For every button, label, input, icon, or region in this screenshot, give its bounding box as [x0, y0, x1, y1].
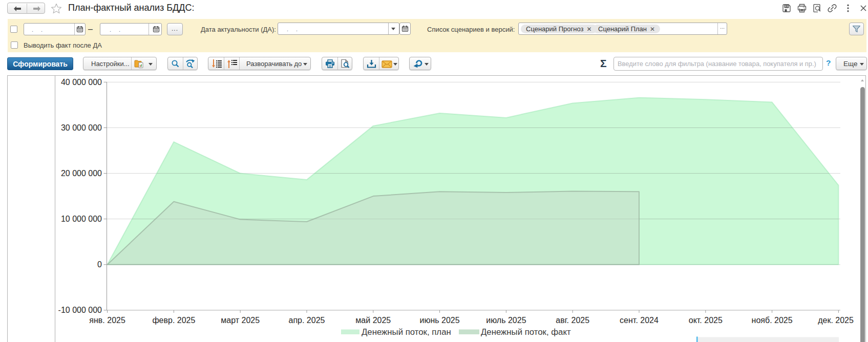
svg-text:Денежный поток, факт: Денежный поток, факт	[481, 327, 571, 337]
svg-text:20 000 000: 20 000 000	[61, 169, 102, 178]
svg-text:40 000 000: 40 000 000	[61, 78, 102, 87]
svg-text:нояб. 2025: нояб. 2025	[752, 316, 793, 325]
svg-text:июль 2025: июль 2025	[486, 316, 526, 325]
svg-text:30 000 000: 30 000 000	[61, 123, 102, 132]
svg-text:дек. 2025: дек. 2025	[818, 316, 854, 325]
svg-text:Денежный поток, план: Денежный поток, план	[362, 327, 451, 337]
svg-text:сент. 2024: сент. 2024	[620, 316, 659, 325]
svg-text:0: 0	[97, 260, 102, 269]
svg-text:-10 000 000: -10 000 000	[58, 306, 102, 314]
svg-text:апр. 2025: апр. 2025	[289, 316, 325, 325]
svg-text:июнь 2025: июнь 2025	[420, 316, 460, 325]
svg-text:февр. 2025: февр. 2025	[152, 316, 195, 325]
svg-text:авг. 2025: авг. 2025	[556, 316, 589, 325]
svg-text:март 2025: март 2025	[221, 316, 260, 325]
svg-text:янв. 2025: янв. 2025	[89, 316, 125, 325]
svg-text:окт. 2025: окт. 2025	[689, 316, 723, 325]
svg-text:10 000 000: 10 000 000	[61, 215, 102, 223]
svg-text:май 2025: май 2025	[355, 316, 391, 325]
